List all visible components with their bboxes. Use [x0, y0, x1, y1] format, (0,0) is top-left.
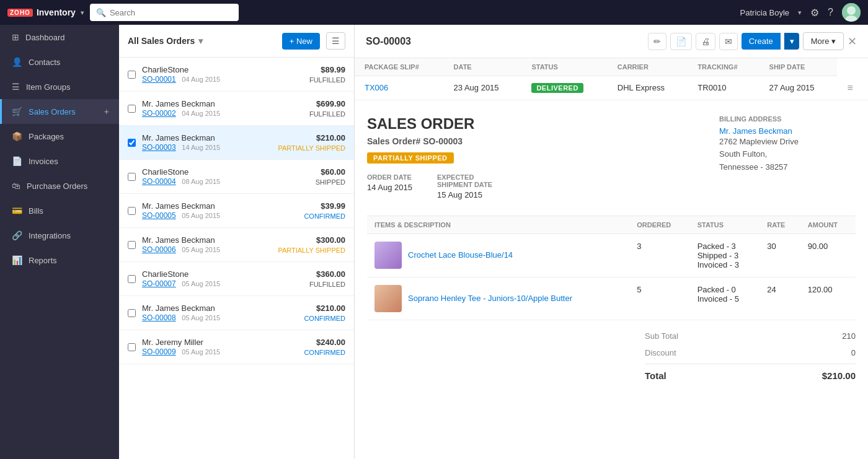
print-icon[interactable]: 🖨: [696, 33, 715, 50]
table-row[interactable]: Mr. James Beckman SO-00003 14 Aug 2015 $…: [119, 126, 354, 160]
order-item-right: $240.00 CONFIRMED: [304, 338, 345, 356]
order-list-panel: All Sales Orders ▾ + New ☰ CharlieStone …: [119, 25, 355, 459]
create-button[interactable]: Create: [742, 33, 781, 50]
sidebar-item-label: Invoices: [29, 157, 109, 166]
order-number-link[interactable]: SO-00005: [142, 211, 176, 220]
item-image: [374, 242, 402, 269]
order-number-link[interactable]: SO-00001: [142, 75, 176, 84]
sidebar-item-invoices[interactable]: 📄 Invoices: [0, 149, 119, 173]
discount-label: Discount: [645, 348, 676, 357]
new-order-button[interactable]: + New: [282, 33, 320, 50]
order-list-title[interactable]: All Sales Orders ▾: [128, 36, 203, 46]
detail-header: SO-00003 ✏ 📄 🖨 ✉ Create ▾ More ▾ ✕: [355, 25, 868, 58]
item-status: Packed - 0Invoiced - 5: [690, 277, 760, 320]
edit-icon[interactable]: ✏: [648, 33, 666, 50]
order-checkbox[interactable]: [128, 275, 136, 283]
sidebar-item-label: Integrations: [29, 231, 109, 240]
packages-icon: 📦: [12, 131, 22, 141]
order-checkbox[interactable]: [128, 343, 136, 351]
order-number-link[interactable]: SO-00006: [142, 245, 176, 254]
sidebar-item-sales-orders[interactable]: 🛒 Sales Orders +: [0, 99, 119, 124]
order-checkbox[interactable]: [128, 173, 136, 181]
order-checkbox[interactable]: [128, 105, 136, 113]
package-slip[interactable]: TX006: [355, 76, 444, 100]
order-item-right: $210.00 CONFIRMED: [304, 304, 345, 322]
settings-icon[interactable]: ⚙: [810, 7, 819, 19]
detail-body: SALES ORDER Sales Order# SO-00003 PARTIA…: [355, 100, 868, 400]
reports-icon: 📊: [12, 255, 22, 265]
order-status-badge: PARTIALLY SHIPPED: [367, 152, 454, 164]
app-logo[interactable]: ZOHO Inventory ▾: [7, 7, 84, 17]
item-status-invoiced: Invoiced - 5: [698, 294, 753, 304]
order-item-info: CharlieStone SO-00001 04 Aug 2015: [142, 65, 303, 84]
discount-value: 0: [851, 348, 856, 357]
order-customer-name: CharlieStone: [142, 167, 309, 177]
item-rate: 30: [760, 234, 800, 277]
table-row[interactable]: Soprano Henley Tee - Juniors-10/Apple Bu…: [367, 277, 856, 320]
row-actions[interactable]: ≡: [837, 76, 868, 100]
order-checkbox[interactable]: [128, 241, 136, 249]
sidebar-item-dashboard[interactable]: ⊞ Dashboard: [0, 25, 119, 50]
order-customer-name: CharlieStone: [142, 65, 303, 74]
item-rate: 24: [760, 277, 800, 320]
order-number-link[interactable]: SO-00008: [142, 313, 176, 322]
order-item-right: $39.99 CONFIRMED: [304, 201, 345, 220]
item-description-cell: Soprano Henley Tee - Juniors-10/Apple Bu…: [367, 277, 629, 320]
table-row[interactable]: TX006 23 Aug 2015 DELIVERED DHL Express …: [355, 76, 868, 100]
document-icon[interactable]: 📄: [670, 33, 692, 50]
order-number-link[interactable]: SO-00003: [142, 143, 176, 152]
email-icon[interactable]: ✉: [719, 33, 738, 50]
order-item-info: Mr. James Beckman SO-00002 04 Aug 2015: [142, 99, 303, 118]
search-bar: 🔍: [90, 4, 239, 21]
order-number-link[interactable]: SO-00007: [142, 279, 176, 288]
order-list-header: All Sales Orders ▾ + New ☰: [119, 25, 354, 58]
order-amount: $60.00: [316, 167, 345, 177]
item-name-link[interactable]: Crochet Lace Blouse-Blue/14: [408, 250, 513, 260]
create-dropdown-icon[interactable]: ▾: [784, 33, 799, 50]
table-row[interactable]: CharlieStone SO-00007 05 Aug 2015 $360.0…: [119, 262, 354, 296]
sidebar-item-integrations[interactable]: 🔗 Integrations: [0, 223, 119, 248]
table-row[interactable]: Mr. James Beckman SO-00006 05 Aug 2015 $…: [119, 228, 354, 262]
package-slip-link[interactable]: TX006: [365, 83, 388, 92]
order-item-info: Mr. James Beckman SO-00008 05 Aug 2015: [142, 304, 298, 322]
table-row[interactable]: Crochet Lace Blouse-Blue/14 3 Packed - 3…: [367, 234, 856, 277]
table-row[interactable]: Mr. Jeremy Miller SO-00009 05 Aug 2015 $…: [119, 330, 354, 364]
order-checkbox[interactable]: [128, 71, 136, 79]
app-dropdown-icon[interactable]: ▾: [81, 9, 84, 16]
help-icon[interactable]: ?: [828, 7, 833, 18]
order-number-link[interactable]: SO-00009: [142, 348, 176, 356]
table-row[interactable]: Mr. James Beckman SO-00002 04 Aug 2015 $…: [119, 92, 354, 126]
add-sales-order-icon[interactable]: +: [104, 107, 109, 116]
sidebar-item-bills[interactable]: 💳 Bills: [0, 198, 119, 223]
table-row[interactable]: Mr. James Beckman SO-00008 05 Aug 2015 $…: [119, 296, 354, 330]
sidebar-item-reports[interactable]: 📊 Reports: [0, 248, 119, 273]
order-checkbox[interactable]: [128, 309, 136, 317]
close-button[interactable]: ✕: [848, 35, 857, 48]
topbar-right: Patricia Boyle ▾ ⚙ ?: [740, 3, 861, 22]
search-input[interactable]: [110, 8, 232, 17]
order-checkbox[interactable]: [128, 207, 136, 215]
billing-line3: Tennessee - 38257: [719, 162, 788, 172]
sidebar-item-purchase-orders[interactable]: 🛍 Purchase Orders: [0, 173, 119, 198]
more-button[interactable]: More ▾: [803, 32, 844, 50]
order-num-value: SO-00003: [423, 136, 463, 146]
order-list-dropdown-icon[interactable]: ▾: [198, 36, 203, 46]
sidebar-item-packages[interactable]: 📦 Packages: [0, 124, 119, 149]
order-checkbox[interactable]: [128, 139, 136, 147]
row-menu-button[interactable]: ≡: [847, 82, 852, 94]
order-number-link[interactable]: SO-00002: [142, 109, 176, 118]
item-amount: 90.00: [800, 234, 856, 277]
item-name-link[interactable]: Soprano Henley Tee - Juniors-10/Apple Bu…: [408, 294, 572, 303]
order-date: 05 Aug 2015: [182, 314, 220, 321]
avatar[interactable]: [842, 3, 861, 22]
table-row[interactable]: CharlieStone SO-00004 08 Aug 2015 $60.00…: [119, 160, 354, 194]
user-dropdown-icon[interactable]: ▾: [798, 9, 802, 17]
order-number-link[interactable]: SO-00004: [142, 177, 176, 186]
sidebar-item-item-groups[interactable]: ☰ Item Groups: [0, 74, 119, 99]
billing-name[interactable]: Mr. James Beckman: [719, 126, 856, 136]
order-list-menu-button[interactable]: ☰: [326, 32, 345, 50]
table-row[interactable]: Mr. James Beckman SO-00005 05 Aug 2015 $…: [119, 194, 354, 228]
sidebar-item-contacts[interactable]: 👤 Contacts: [0, 50, 119, 74]
user-name[interactable]: Patricia Boyle: [740, 8, 789, 17]
table-row[interactable]: CharlieStone SO-00001 04 Aug 2015 $89.99…: [119, 58, 354, 92]
